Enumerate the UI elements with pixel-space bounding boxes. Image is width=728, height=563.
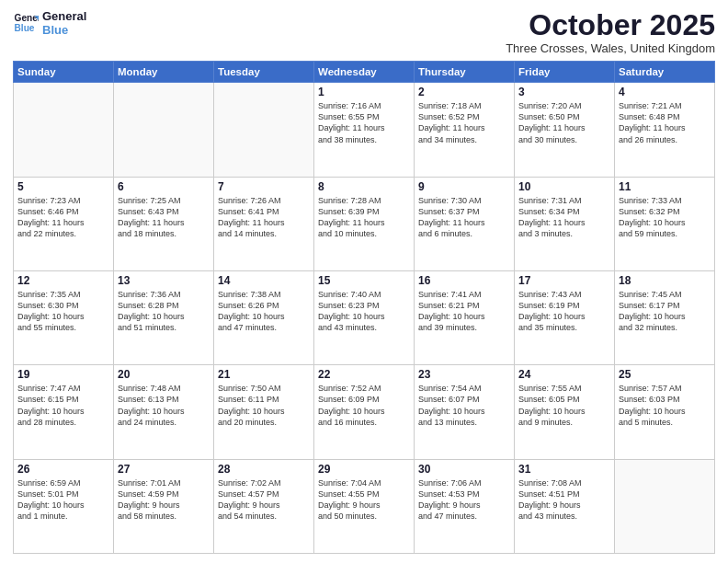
day-cell: 2Sunrise: 7:18 AM Sunset: 6:52 PM Daylig… xyxy=(415,83,515,177)
day-info: Sunrise: 7:01 AM Sunset: 4:59 PM Dayligh… xyxy=(118,477,210,523)
logo-icon: General Blue xyxy=(13,10,39,36)
day-cell: 30Sunrise: 7:06 AM Sunset: 4:53 PM Dayli… xyxy=(415,459,515,553)
week-row-2: 5Sunrise: 7:23 AM Sunset: 6:46 PM Daylig… xyxy=(14,177,715,270)
day-number: 16 xyxy=(418,274,510,287)
day-cell: 26Sunrise: 6:59 AM Sunset: 5:01 PM Dayli… xyxy=(14,459,114,553)
day-info: Sunrise: 7:38 AM Sunset: 6:26 PM Dayligh… xyxy=(218,289,310,334)
day-info: Sunrise: 7:45 AM Sunset: 6:17 PM Dayligh… xyxy=(619,289,711,334)
day-cell: 27Sunrise: 7:01 AM Sunset: 4:59 PM Dayli… xyxy=(114,459,214,553)
day-number: 5 xyxy=(17,180,109,193)
day-info: Sunrise: 7:47 AM Sunset: 6:15 PM Dayligh… xyxy=(17,383,109,428)
day-info: Sunrise: 7:55 AM Sunset: 6:05 PM Dayligh… xyxy=(518,383,610,428)
week-row-1: 1Sunrise: 7:16 AM Sunset: 6:55 PM Daylig… xyxy=(14,83,715,177)
weekday-monday: Monday xyxy=(114,62,214,83)
svg-text:Blue: Blue xyxy=(15,23,35,33)
weekday-saturday: Saturday xyxy=(615,62,715,83)
day-info: Sunrise: 7:35 AM Sunset: 6:30 PM Dayligh… xyxy=(17,289,109,334)
day-info: Sunrise: 7:57 AM Sunset: 6:03 PM Dayligh… xyxy=(619,383,711,428)
day-cell: 12Sunrise: 7:35 AM Sunset: 6:30 PM Dayli… xyxy=(14,270,114,364)
day-cell: 23Sunrise: 7:54 AM Sunset: 6:07 PM Dayli… xyxy=(415,365,515,459)
day-number: 14 xyxy=(218,274,310,287)
day-info: Sunrise: 7:20 AM Sunset: 6:50 PM Dayligh… xyxy=(518,100,610,145)
day-info: Sunrise: 7:30 AM Sunset: 6:37 PM Dayligh… xyxy=(418,195,510,240)
week-row-3: 12Sunrise: 7:35 AM Sunset: 6:30 PM Dayli… xyxy=(14,270,715,364)
logo: General Blue General Blue xyxy=(13,9,86,37)
day-info: Sunrise: 7:54 AM Sunset: 6:07 PM Dayligh… xyxy=(418,383,510,428)
day-cell: 4Sunrise: 7:21 AM Sunset: 6:48 PM Daylig… xyxy=(615,83,715,177)
day-number: 22 xyxy=(318,368,410,381)
day-cell: 8Sunrise: 7:28 AM Sunset: 6:39 PM Daylig… xyxy=(314,177,415,270)
day-number: 1 xyxy=(318,86,410,98)
day-cell: 11Sunrise: 7:33 AM Sunset: 6:32 PM Dayli… xyxy=(615,177,715,270)
day-cell: 24Sunrise: 7:55 AM Sunset: 6:05 PM Dayli… xyxy=(515,365,615,459)
day-number: 6 xyxy=(118,180,210,193)
weekday-tuesday: Tuesday xyxy=(214,62,314,83)
day-info: Sunrise: 7:21 AM Sunset: 6:48 PM Dayligh… xyxy=(619,100,711,145)
week-row-5: 26Sunrise: 6:59 AM Sunset: 5:01 PM Dayli… xyxy=(14,459,715,553)
day-number: 30 xyxy=(418,463,510,476)
day-info: Sunrise: 7:40 AM Sunset: 6:23 PM Dayligh… xyxy=(318,289,410,334)
weekday-friday: Friday xyxy=(515,62,615,83)
day-number: 12 xyxy=(17,274,109,287)
day-number: 28 xyxy=(218,463,310,476)
day-info: Sunrise: 7:18 AM Sunset: 6:52 PM Dayligh… xyxy=(418,100,510,145)
day-number: 18 xyxy=(619,274,711,287)
weekday-thursday: Thursday xyxy=(415,62,515,83)
weekday-sunday: Sunday xyxy=(14,62,114,83)
day-number: 29 xyxy=(318,463,410,476)
day-info: Sunrise: 7:06 AM Sunset: 4:53 PM Dayligh… xyxy=(418,477,510,523)
day-info: Sunrise: 7:43 AM Sunset: 6:19 PM Dayligh… xyxy=(518,289,610,334)
day-number: 25 xyxy=(619,368,711,381)
day-number: 7 xyxy=(218,180,310,193)
day-number: 21 xyxy=(218,368,310,381)
day-cell: 29Sunrise: 7:04 AM Sunset: 4:55 PM Dayli… xyxy=(314,459,415,553)
day-info: Sunrise: 7:25 AM Sunset: 6:43 PM Dayligh… xyxy=(118,195,210,240)
location: Three Crosses, Wales, United Kingdom xyxy=(506,41,715,55)
weekday-header-row: SundayMondayTuesdayWednesdayThursdayFrid… xyxy=(14,62,715,83)
day-cell: 22Sunrise: 7:52 AM Sunset: 6:09 PM Dayli… xyxy=(314,365,415,459)
day-cell: 20Sunrise: 7:48 AM Sunset: 6:13 PM Dayli… xyxy=(114,365,214,459)
day-info: Sunrise: 7:36 AM Sunset: 6:28 PM Dayligh… xyxy=(118,289,210,334)
day-info: Sunrise: 7:23 AM Sunset: 6:46 PM Dayligh… xyxy=(17,195,109,240)
month-title: October 2025 xyxy=(506,9,715,41)
day-number: 20 xyxy=(118,368,210,381)
title-block: October 2025 Three Crosses, Wales, Unite… xyxy=(506,9,715,55)
day-info: Sunrise: 7:33 AM Sunset: 6:32 PM Dayligh… xyxy=(619,195,711,240)
day-cell: 9Sunrise: 7:30 AM Sunset: 6:37 PM Daylig… xyxy=(415,177,515,270)
logo-blue: Blue xyxy=(42,23,86,37)
day-cell: 6Sunrise: 7:25 AM Sunset: 6:43 PM Daylig… xyxy=(114,177,214,270)
calendar-table: SundayMondayTuesdayWednesdayThursdayFrid… xyxy=(13,61,715,554)
day-number: 2 xyxy=(418,86,510,98)
day-number: 27 xyxy=(118,463,210,476)
day-number: 26 xyxy=(17,463,109,476)
svg-text:General: General xyxy=(15,13,39,23)
week-row-4: 19Sunrise: 7:47 AM Sunset: 6:15 PM Dayli… xyxy=(14,365,715,459)
day-cell: 21Sunrise: 7:50 AM Sunset: 6:11 PM Dayli… xyxy=(214,365,314,459)
day-number: 24 xyxy=(518,368,610,381)
logo-general: General xyxy=(42,9,86,23)
day-number: 10 xyxy=(518,180,610,193)
header: General Blue General Blue October 2025 T… xyxy=(13,9,715,55)
day-number: 3 xyxy=(518,86,610,98)
day-number: 31 xyxy=(518,463,610,476)
day-info: Sunrise: 7:04 AM Sunset: 4:55 PM Dayligh… xyxy=(318,477,410,523)
day-info: Sunrise: 7:28 AM Sunset: 6:39 PM Dayligh… xyxy=(318,195,410,240)
day-info: Sunrise: 7:16 AM Sunset: 6:55 PM Dayligh… xyxy=(318,100,410,145)
day-cell: 16Sunrise: 7:41 AM Sunset: 6:21 PM Dayli… xyxy=(415,270,515,364)
day-cell: 15Sunrise: 7:40 AM Sunset: 6:23 PM Dayli… xyxy=(314,270,415,364)
day-number: 8 xyxy=(318,180,410,193)
day-cell: 14Sunrise: 7:38 AM Sunset: 6:26 PM Dayli… xyxy=(214,270,314,364)
page: General Blue General Blue October 2025 T… xyxy=(0,0,728,563)
day-number: 4 xyxy=(619,86,711,98)
day-info: Sunrise: 7:41 AM Sunset: 6:21 PM Dayligh… xyxy=(418,289,510,334)
day-cell xyxy=(615,459,715,553)
day-info: Sunrise: 6:59 AM Sunset: 5:01 PM Dayligh… xyxy=(17,477,109,523)
day-number: 9 xyxy=(418,180,510,193)
day-number: 11 xyxy=(619,180,711,193)
day-info: Sunrise: 7:52 AM Sunset: 6:09 PM Dayligh… xyxy=(318,383,410,428)
day-info: Sunrise: 7:08 AM Sunset: 4:51 PM Dayligh… xyxy=(518,477,610,523)
day-cell: 19Sunrise: 7:47 AM Sunset: 6:15 PM Dayli… xyxy=(14,365,114,459)
day-cell: 7Sunrise: 7:26 AM Sunset: 6:41 PM Daylig… xyxy=(214,177,314,270)
weekday-wednesday: Wednesday xyxy=(314,62,415,83)
day-cell xyxy=(114,83,214,177)
